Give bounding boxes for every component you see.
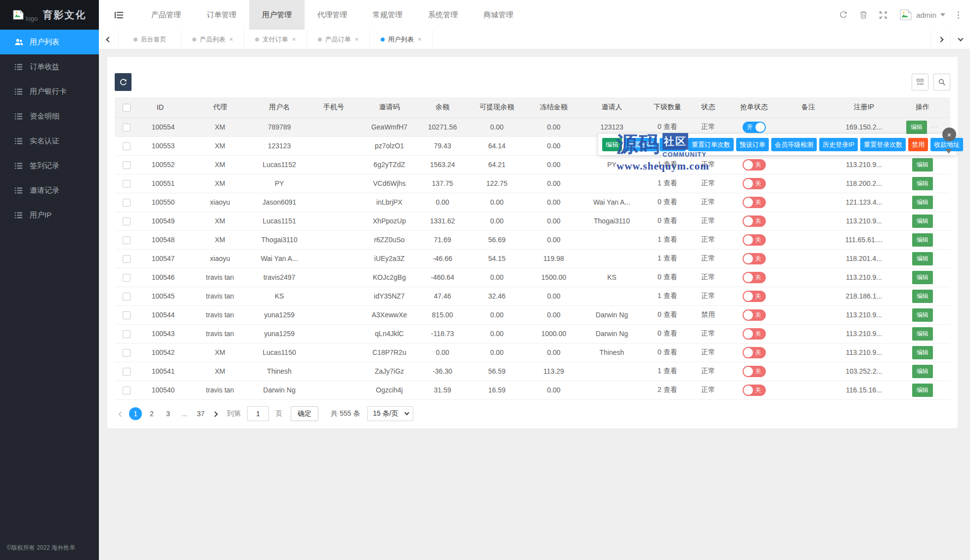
grab-toggle-off[interactable]: 关 (743, 366, 766, 377)
user-menu[interactable]: admin (899, 9, 945, 20)
collapse-menu-icon[interactable] (99, 12, 138, 18)
grab-toggle-off[interactable]: 关 (743, 159, 766, 171)
topnav-item-常规管理[interactable]: 常规管理 (360, 0, 415, 30)
popup-button-重置密码[interactable]: 重置密码 (624, 138, 657, 151)
view-subordinates-link[interactable]: 查看 (663, 329, 677, 337)
per-page-select[interactable]: 15 条/页 (367, 406, 413, 421)
column-header-用户名[interactable]: 用户名 (252, 97, 307, 118)
edit-button[interactable]: 编辑 (912, 177, 933, 190)
view-subordinates-link[interactable]: 查看 (663, 386, 677, 393)
column-header-余额[interactable]: 余额 (418, 97, 467, 118)
select-all-checkbox[interactable] (123, 104, 131, 112)
edit-button[interactable]: 编辑 (906, 121, 927, 134)
grab-toggle-off[interactable]: 关 (743, 197, 766, 208)
tab-后台首页[interactable]: 后台首页 (119, 30, 181, 49)
tabs-menu-dropdown[interactable] (950, 30, 970, 49)
edit-button[interactable]: 编辑 (912, 346, 933, 359)
row-checkbox[interactable] (123, 124, 131, 131)
grab-toggle-off[interactable]: 关 (743, 178, 766, 189)
trash-icon[interactable] (860, 11, 867, 19)
search-button[interactable] (933, 74, 950, 90)
row-checkbox[interactable] (123, 199, 131, 207)
row-checkbox[interactable] (123, 368, 131, 376)
edit-button[interactable]: 编辑 (912, 215, 933, 228)
view-subordinates-link[interactable]: 查看 (663, 348, 677, 356)
sort-icon[interactable] (166, 103, 170, 112)
popup-button-预设订单[interactable]: 预设订单 (736, 138, 769, 151)
row-checkbox[interactable] (123, 293, 131, 301)
topnav-item-用户管理[interactable]: 用户管理 (249, 0, 305, 30)
tabs-scroll-left[interactable] (99, 30, 119, 49)
sidebar-item-邀请记录[interactable]: 邀请记录 (0, 178, 99, 203)
sidebar-item-用户列表[interactable]: 用户列表 (0, 30, 99, 54)
page-number-3[interactable]: 3 (162, 407, 175, 420)
edit-button[interactable]: 编辑 (912, 271, 933, 284)
view-subordinates-link[interactable]: 查看 (663, 123, 677, 130)
tab-用户列表[interactable]: 用户列表× (370, 30, 433, 49)
edit-button[interactable]: 编辑 (912, 196, 933, 209)
edit-button[interactable]: 编辑 (912, 327, 933, 341)
row-checkbox[interactable] (123, 161, 131, 169)
edit-button[interactable]: 编辑 (912, 384, 933, 397)
edit-button[interactable]: 编辑 (912, 365, 933, 378)
row-checkbox[interactable] (123, 217, 131, 225)
column-header-ID[interactable]: ID (138, 97, 188, 118)
tab-产品列表[interactable]: 产品列表× (181, 30, 244, 49)
grab-toggle-off[interactable]: 关 (743, 385, 766, 396)
view-subordinates-link[interactable]: 查看 (663, 160, 677, 168)
view-subordinates-link[interactable]: 查看 (663, 254, 677, 262)
tab-产品订单[interactable]: 产品订单× (307, 30, 370, 49)
edit-button[interactable]: 编辑 (912, 158, 933, 172)
sidebar-item-用户IP[interactable]: 用户IP (0, 203, 99, 227)
view-subordinates-link[interactable]: 查看 (663, 235, 677, 243)
tab-支付订单[interactable]: 支付订单× (244, 30, 307, 49)
more-vertical-icon[interactable] (958, 11, 959, 19)
column-header-可提现余额[interactable]: 可提现余额 (467, 97, 527, 118)
view-subordinates-link[interactable]: 查看 (663, 179, 677, 187)
columns-layout-button[interactable] (912, 74, 928, 90)
confirm-page-button[interactable]: 确定 (291, 406, 318, 421)
column-header-邀请码[interactable]: 邀请码 (361, 97, 418, 118)
more-actions-icon[interactable]: ··· (930, 123, 939, 130)
topnav-item-商城管理[interactable]: 商城管理 (471, 0, 526, 30)
column-header-下级数量[interactable]: 下级数量 (643, 97, 692, 118)
grab-toggle-off[interactable]: 关 (743, 291, 766, 302)
grab-toggle-off[interactable]: 关 (743, 272, 766, 283)
topnav-item-产品管理[interactable]: 产品管理 (138, 0, 194, 30)
popup-button-重置订单次数[interactable]: 重置订单次数 (688, 138, 734, 151)
fullscreen-icon[interactable] (880, 11, 887, 19)
edit-button[interactable]: 编辑 (912, 233, 933, 247)
view-subordinates-link[interactable]: 查看 (663, 310, 677, 318)
popup-button-上下分[interactable]: 上下分 (660, 138, 686, 151)
view-subordinates-link[interactable]: 查看 (663, 198, 677, 206)
popup-button-禁用[interactable]: 禁用 (908, 138, 928, 151)
tab-close-icon[interactable]: × (418, 36, 422, 43)
sidebar-item-订单收益[interactable]: 订单收益 (0, 54, 99, 79)
refresh-icon[interactable] (839, 11, 847, 19)
table-refresh-button[interactable] (115, 73, 132, 91)
popup-close-icon[interactable]: × (942, 128, 956, 141)
grab-toggle-off[interactable]: 关 (743, 347, 766, 358)
topnav-item-代理管理[interactable]: 代理管理 (305, 0, 360, 30)
page-number-2[interactable]: 2 (145, 407, 158, 420)
grab-toggle-off[interactable]: 关 (743, 234, 766, 246)
sidebar-item-用户银行卡[interactable]: 用户银行卡 (0, 79, 99, 104)
topnav-item-系统管理[interactable]: 系统管理 (415, 0, 471, 30)
edit-button[interactable]: 编辑 (912, 290, 933, 303)
row-checkbox[interactable] (123, 330, 131, 338)
column-header-抢单状态[interactable]: 抢单状态 (724, 97, 784, 118)
page-number-37[interactable]: 37 (194, 407, 207, 420)
edit-button[interactable]: 编辑 (912, 252, 933, 265)
view-subordinates-link[interactable]: 查看 (663, 292, 677, 300)
sidebar-item-签到记录[interactable]: 签到记录 (0, 153, 99, 178)
tab-close-icon[interactable]: × (229, 36, 233, 43)
page-number-1[interactable]: 1 (129, 407, 142, 420)
column-header-操作[interactable]: 操作 (895, 97, 950, 118)
row-checkbox[interactable] (123, 311, 131, 319)
grab-toggle-on[interactable]: 开 (743, 122, 766, 133)
row-checkbox[interactable] (123, 142, 131, 150)
grab-toggle-off[interactable]: 关 (743, 328, 766, 340)
popup-button-重置登录次数[interactable]: 重置登录次数 (860, 138, 906, 151)
view-subordinates-link[interactable]: 查看 (663, 216, 677, 224)
sidebar-item-实名认证[interactable]: 实名认证 (0, 129, 99, 153)
